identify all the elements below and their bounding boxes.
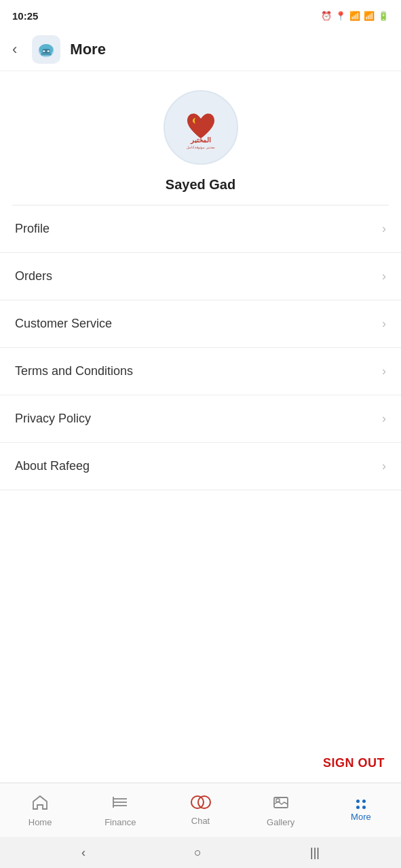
menu-item-orders[interactable]: Orders › [0, 253, 401, 300]
profile-section: المختبر مختبر موثوقة كامل Sayed Gad [0, 71, 401, 205]
device-menu-button[interactable]: ||| [310, 846, 320, 860]
menu-item-about-label: About Rafeeg [15, 459, 90, 473]
chevron-icon-terms: › [382, 364, 386, 378]
chevron-icon-privacy: › [382, 412, 386, 426]
app-logo [32, 35, 60, 64]
user-name: Sayed Gad [166, 177, 235, 193]
gallery-icon [272, 794, 290, 814]
logo-svg [35, 39, 57, 60]
menu-item-privacy[interactable]: Privacy Policy › [0, 395, 401, 443]
svg-point-5 [47, 50, 50, 52]
nav-more-label: More [351, 812, 371, 822]
menu-item-orders-label: Orders [15, 269, 52, 283]
signal-icon: 📶 [364, 11, 375, 21]
nav-finance-label: Finance [104, 817, 136, 827]
status-bar: 10:25 ⏰ 📍 📶 📶 🔋 [0, 0, 401, 28]
brand-logo-svg: المختبر مختبر موثوقة كامل [176, 103, 225, 152]
more-icon [356, 800, 366, 809]
device-back-button[interactable]: ‹ [81, 846, 85, 860]
wifi-icon: 📶 [349, 11, 360, 21]
nav-home-label: Home [28, 817, 52, 827]
chevron-icon-about: › [382, 459, 386, 473]
menu-item-profile[interactable]: Profile › [0, 205, 401, 253]
chat-icon [191, 795, 211, 813]
svg-text:مختبر موثوقة كامل: مختبر موثوقة كامل [187, 145, 215, 150]
menu-item-customer-service[interactable]: Customer Service › [0, 300, 401, 348]
chevron-icon-profile: › [382, 222, 386, 236]
bottom-nav: Home Finance Chat [0, 783, 401, 837]
menu-item-terms[interactable]: Terms and Conditions › [0, 348, 401, 395]
status-icons: ⏰ 📍 📶 📶 🔋 [321, 11, 389, 21]
nav-item-gallery[interactable]: Gallery [241, 794, 321, 827]
header: ‹ More [0, 28, 401, 71]
menu-item-terms-label: Terms and Conditions [15, 364, 133, 378]
nav-item-finance[interactable]: Finance [80, 794, 160, 827]
battery-icon: 🔋 [378, 11, 389, 21]
device-nav: ‹ ○ ||| [0, 837, 401, 868]
status-time: 10:25 [12, 10, 38, 22]
svg-text:المختبر: المختبر [190, 136, 211, 144]
menu-item-profile-label: Profile [15, 222, 50, 236]
menu-item-privacy-label: Privacy Policy [15, 412, 91, 426]
device-home-button[interactable]: ○ [194, 846, 202, 860]
back-button[interactable]: ‹ [12, 38, 22, 61]
sign-out-section: SIGN OUT [0, 737, 401, 783]
nav-item-more[interactable]: More [321, 800, 401, 822]
menu-list: Profile › Orders › Customer Service › Te… [0, 205, 401, 737]
svg-point-4 [43, 50, 45, 52]
menu-item-customer-service-label: Customer Service [15, 317, 112, 331]
sign-out-button[interactable]: SIGN OUT [323, 756, 385, 770]
nav-item-home[interactable]: Home [0, 794, 80, 827]
finance-icon [111, 794, 129, 814]
location-icon: 📍 [335, 11, 346, 21]
alarm-icon: ⏰ [321, 11, 332, 21]
nav-gallery-label: Gallery [267, 817, 294, 827]
nav-chat-label: Chat [191, 816, 210, 826]
header-title: More [70, 41, 106, 58]
chevron-icon-customer-service: › [382, 317, 386, 331]
menu-item-about[interactable]: About Rafeeg › [0, 443, 401, 490]
avatar-inner: المختبر مختبر موثوقة كامل [173, 100, 229, 155]
chevron-icon-orders: › [382, 269, 386, 283]
avatar: المختبر مختبر موثوقة كامل [164, 90, 238, 165]
nav-item-chat[interactable]: Chat [160, 795, 240, 826]
home-icon [31, 794, 49, 814]
